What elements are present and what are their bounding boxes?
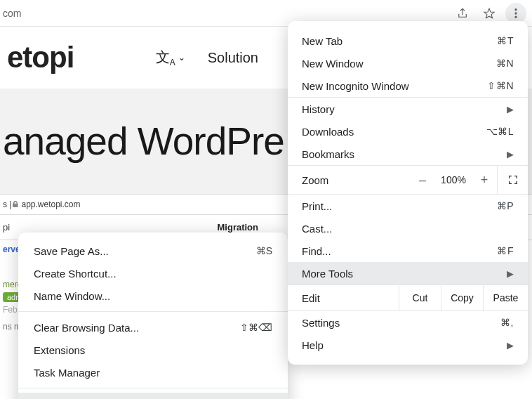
chrome-menu: New Tab⌘T New Window⌘N New Incognito Win… xyxy=(288,21,528,365)
more-tools-submenu: Save Page As...⌘S Create Shortcut... Nam… xyxy=(18,233,288,399)
menu-downloads[interactable]: Downloads⌥⌘L xyxy=(288,120,528,143)
menu-new-incognito[interactable]: New Incognito Window⇧⌘N xyxy=(288,74,528,97)
nav-solutions[interactable]: Solution xyxy=(208,50,258,66)
paste-button[interactable]: Paste xyxy=(483,285,528,310)
chevron-down-icon: ⌄ xyxy=(178,53,185,63)
cut-button[interactable]: Cut xyxy=(399,285,441,310)
svg-point-2 xyxy=(515,16,517,18)
chevron-right-icon: ▶ xyxy=(507,104,514,115)
submenu-task-manager[interactable]: Task Manager xyxy=(18,361,288,384)
language-switcher[interactable]: 文A ⌄ xyxy=(156,48,185,67)
tab-migration[interactable]: Migration xyxy=(218,222,259,233)
menu-edit-label: Edit xyxy=(288,292,399,304)
copy-button[interactable]: Copy xyxy=(441,285,483,310)
menu-bookmarks[interactable]: Bookmarks▶ xyxy=(288,143,528,165)
submenu-extensions[interactable]: Extensions xyxy=(18,339,288,361)
menu-new-window[interactable]: New Window⌘N xyxy=(288,52,528,74)
menu-settings[interactable]: Settings⌘, xyxy=(288,311,528,334)
translate-icon: 文A xyxy=(156,48,175,67)
menu-edit-row: Edit Cut Copy Paste xyxy=(288,285,528,310)
svg-point-0 xyxy=(515,8,517,10)
site-logo: etopi xyxy=(7,41,74,74)
menu-help[interactable]: Help▶ xyxy=(288,334,528,356)
menu-new-tab[interactable]: New Tab⌘T xyxy=(288,30,528,52)
fullscreen-button[interactable] xyxy=(497,166,528,194)
menu-history[interactable]: History▶ xyxy=(288,98,528,120)
zoom-minus-button[interactable]: – xyxy=(410,166,435,194)
menu-cast[interactable]: Cast... xyxy=(288,217,528,240)
submenu-name-window[interactable]: Name Window... xyxy=(18,284,288,307)
zoom-value: 100% xyxy=(435,174,472,185)
menu-find[interactable]: Find...⌘F xyxy=(288,240,528,262)
more-icon[interactable] xyxy=(505,3,526,24)
submenu-clear-data[interactable]: Clear Browsing Data...⇧⌘⌫ xyxy=(18,316,288,339)
star-icon[interactable] xyxy=(479,3,500,24)
app-url: app.wetopi.com xyxy=(21,200,80,209)
chevron-right-icon: ▶ xyxy=(507,149,514,159)
submenu-developer-tools[interactable]: Developer Tools⌥⌘I xyxy=(18,393,288,399)
submenu-save-page[interactable]: Save Page As...⌘S xyxy=(18,240,288,262)
hero-title: anaged WordPre xyxy=(3,119,284,164)
menu-zoom: Zoom – 100% + xyxy=(288,166,528,194)
tab-left[interactable]: pi xyxy=(3,222,10,233)
share-icon[interactable] xyxy=(452,3,473,24)
chevron-right-icon: ▶ xyxy=(507,268,514,279)
zoom-plus-button[interactable]: + xyxy=(472,166,497,194)
menu-more-tools[interactable]: More Tools▶ xyxy=(288,262,528,284)
url-fragment: com xyxy=(0,8,21,19)
submenu-create-shortcut[interactable]: Create Shortcut... xyxy=(18,262,288,284)
lock-icon: 🔒︎ xyxy=(11,200,20,209)
menu-print[interactable]: Print...⌘P xyxy=(288,195,528,217)
chevron-right-icon: ▶ xyxy=(507,340,514,351)
svg-point-1 xyxy=(515,12,517,13)
